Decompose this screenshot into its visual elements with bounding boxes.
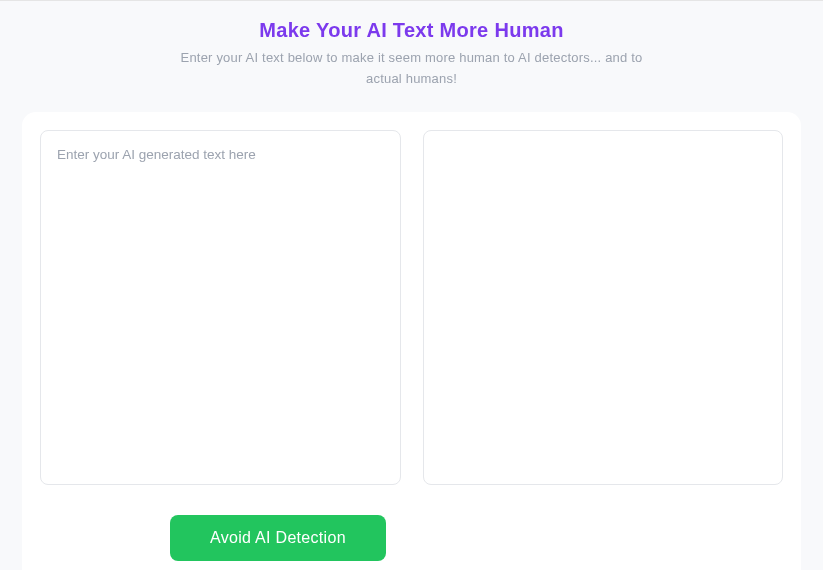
ai-text-input[interactable]	[40, 130, 401, 485]
page-title: Make Your AI Text More Human	[20, 19, 803, 42]
textarea-row	[40, 130, 783, 485]
avoid-ai-detection-button[interactable]: Avoid AI Detection	[170, 515, 386, 561]
main-card: Avoid AI Detection	[22, 112, 801, 570]
humanized-output	[423, 130, 784, 485]
page-subtitle: Enter your AI text below to make it seem…	[162, 48, 662, 90]
action-row: Avoid AI Detection	[40, 515, 783, 561]
page-header: Make Your AI Text More Human Enter your …	[0, 1, 823, 100]
